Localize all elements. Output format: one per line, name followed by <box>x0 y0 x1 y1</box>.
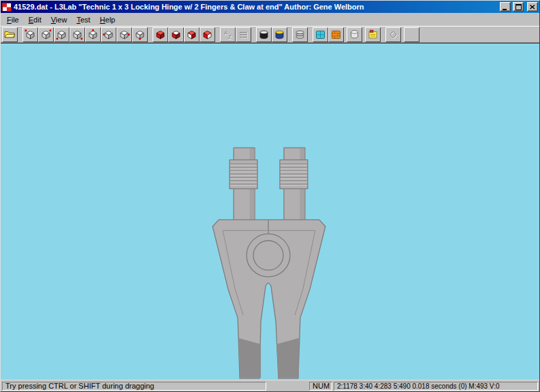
status-stats: 2:1178 3:40 4:283 5:490 0.018 seconds (0… <box>334 382 538 391</box>
brick-icon <box>118 29 130 40</box>
minimize-icon <box>503 4 508 10</box>
toolbar-button-red-4[interactable] <box>200 27 215 42</box>
finger-left <box>229 148 257 220</box>
brick-icon <box>56 29 67 40</box>
pin-hole-inner <box>253 240 283 270</box>
toolbar-button-swatch-cyan[interactable] <box>313 27 328 42</box>
yellow-note-icon <box>367 29 379 40</box>
part-render[interactable] <box>1 44 539 380</box>
toolbar-button-view-2[interactable] <box>38 27 54 42</box>
close-button[interactable] <box>527 2 538 12</box>
finger-right <box>280 148 308 220</box>
toolbar-button-view-7[interactable] <box>116 27 132 42</box>
cyan-swatch-icon <box>315 29 326 40</box>
app-icon <box>2 3 12 12</box>
menu-file[interactable]: File <box>2 14 24 25</box>
toolbar: A A Z Z <box>1 26 539 43</box>
brick-icon <box>40 29 52 40</box>
yellow-cylinder-icon <box>274 29 285 40</box>
toolbar-button-diamond <box>385 27 401 42</box>
claw-tip-right <box>276 338 299 378</box>
toolbar-button-sort-az: A A Z Z <box>220 27 236 42</box>
toolbar-button-layer-stack[interactable] <box>292 27 308 42</box>
menu-help[interactable]: Help <box>95 14 121 25</box>
svg-text:A: A <box>224 30 227 36</box>
app-window: 41529.dat - L3Lab "Technic 1 x 3 Locking… <box>0 0 540 392</box>
toolbar-button-cylinder-yellow[interactable] <box>272 27 287 42</box>
toolbar-button-view-8[interactable] <box>132 27 148 42</box>
toolbar-button-view-1[interactable] <box>22 27 38 42</box>
toolbar-button-cylinder-white[interactable] <box>347 27 362 42</box>
blank-icon <box>406 29 417 40</box>
brick-icon <box>87 29 99 40</box>
toolbar-button-view-5[interactable] <box>85 27 101 42</box>
toolbar-button-view-3[interactable] <box>54 27 69 42</box>
window-title: 41529.dat - L3Lab "Technic 1 x 3 Locking… <box>14 3 498 11</box>
toolbar-button-view-4[interactable] <box>69 27 85 42</box>
menu-edit[interactable]: Edit <box>24 14 46 25</box>
list-lines-icon <box>238 29 249 40</box>
red-brick-icon <box>202 29 213 40</box>
layer-stack-icon <box>294 29 306 40</box>
toolbar-button-red-1[interactable] <box>153 27 168 42</box>
claw-tip-left <box>238 338 261 378</box>
toolbar-button-swatch-orange[interactable] <box>328 27 344 42</box>
title-bar[interactable]: 41529.dat - L3Lab "Technic 1 x 3 Locking… <box>1 1 539 13</box>
maximize-button[interactable] <box>513 2 524 12</box>
white-cylinder-icon <box>349 29 360 40</box>
status-message: Try pressing CTRL or SHIFT during draggi… <box>2 382 266 391</box>
brick-icon <box>134 29 146 40</box>
maximize-icon <box>515 4 522 10</box>
viewport[interactable] <box>1 43 539 380</box>
hinge-part <box>212 148 325 378</box>
brick-icon <box>103 29 114 40</box>
diamond-icon <box>387 29 399 40</box>
minimize-button[interactable] <box>500 2 511 12</box>
svg-text:Z: Z <box>228 34 232 40</box>
brick-icon <box>25 29 36 40</box>
brick-icon <box>72 29 83 40</box>
toolbar-button-note[interactable] <box>365 27 381 42</box>
menu-view[interactable]: View <box>46 14 72 25</box>
orange-swatch-icon <box>330 29 342 40</box>
dark-cylinder-icon <box>258 29 270 40</box>
toolbar-button-list-lines <box>236 27 251 42</box>
toolbar-button-red-3[interactable] <box>184 27 200 42</box>
status-bar: Try pressing CTRL or SHIFT during draggi… <box>1 380 539 391</box>
menu-bar: File Edit View Test Help <box>1 13 539 26</box>
red-brick-icon <box>186 29 197 40</box>
toolbar-button-cylinder-dark[interactable] <box>256 27 272 42</box>
num-lock-indicator: NUM <box>309 382 332 391</box>
sort-az-icon: A A Z Z <box>222 29 234 40</box>
close-icon <box>530 5 535 10</box>
red-brick-icon <box>155 29 166 40</box>
open-folder-icon <box>4 29 16 39</box>
red-brick-icon <box>170 29 182 40</box>
toolbar-button-red-2[interactable] <box>168 27 184 42</box>
toolbar-button-open[interactable] <box>2 27 18 42</box>
toolbar-button-blank <box>404 27 419 42</box>
toolbar-button-view-6[interactable] <box>101 27 116 42</box>
menu-test[interactable]: Test <box>72 14 95 25</box>
